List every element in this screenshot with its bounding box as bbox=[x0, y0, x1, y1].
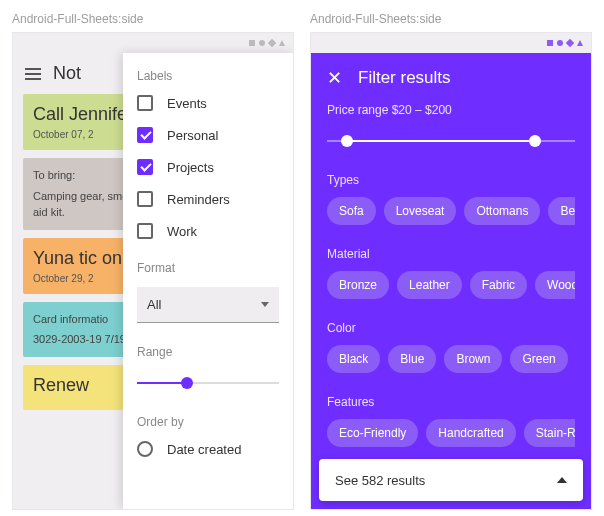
label-checkbox-row[interactable]: Personal bbox=[137, 127, 279, 143]
results-text: See 582 results bbox=[335, 473, 425, 488]
checkbox-icon bbox=[137, 223, 153, 239]
device-left: Not Call Jennife October 07, 2 To bring:… bbox=[12, 32, 294, 510]
format-header: Format bbox=[137, 261, 279, 275]
format-dropdown[interactable]: All bbox=[137, 287, 279, 323]
price-range-label: Price range $20 – $200 bbox=[327, 103, 575, 117]
label-checkbox-row[interactable]: Reminders bbox=[137, 191, 279, 207]
order-header: Order by bbox=[137, 415, 279, 429]
filter-chip[interactable]: Handcrafted bbox=[426, 419, 515, 447]
checkbox-label: Work bbox=[167, 224, 197, 239]
label-checkbox-row[interactable]: Projects bbox=[137, 159, 279, 175]
label-checkbox-row[interactable]: Events bbox=[137, 95, 279, 111]
filter-section-label: Color bbox=[327, 321, 575, 335]
side-sheet: Labels EventsPersonalProjectsRemindersWo… bbox=[123, 53, 293, 509]
filter-chip[interactable]: Bronze bbox=[327, 271, 389, 299]
filter-title: Filter results bbox=[358, 68, 451, 88]
filter-chip[interactable]: Fabric bbox=[470, 271, 527, 299]
results-button[interactable]: See 582 results bbox=[319, 459, 583, 501]
labels-header: Labels bbox=[137, 69, 279, 83]
radio-icon bbox=[137, 441, 153, 457]
filter-chip[interactable]: Wood bbox=[535, 271, 575, 299]
checkbox-label: Personal bbox=[167, 128, 218, 143]
menu-icon[interactable] bbox=[25, 68, 41, 80]
checkbox-icon bbox=[137, 95, 153, 111]
checkbox-label: Events bbox=[167, 96, 207, 111]
filter-chip[interactable]: Ottomans bbox=[464, 197, 540, 225]
filter-sheet: ✕ Filter results Price range $20 – $200 … bbox=[311, 53, 591, 509]
checkbox-label: Reminders bbox=[167, 192, 230, 207]
filter-section-label: Material bbox=[327, 247, 575, 261]
chip-row: SofaLoveseatOttomansBenches bbox=[327, 197, 575, 225]
filter-chip[interactable]: Sofa bbox=[327, 197, 376, 225]
status-bar bbox=[13, 33, 293, 53]
chevron-up-icon bbox=[557, 477, 567, 483]
device-right: ✕ Filter results Price range $20 – $200 … bbox=[310, 32, 592, 510]
filter-chip[interactable]: Eco-Friendly bbox=[327, 419, 418, 447]
filter-chip[interactable]: Benches bbox=[548, 197, 575, 225]
filter-section-label: Features bbox=[327, 395, 575, 409]
checkbox-icon bbox=[137, 127, 153, 143]
format-value: All bbox=[147, 297, 161, 312]
filter-chip[interactable]: Loveseat bbox=[384, 197, 457, 225]
filter-chip[interactable]: Blue bbox=[388, 345, 436, 373]
caption-left: Android-Full-Sheets:side bbox=[12, 12, 294, 26]
caption-right: Android-Full-Sheets:side bbox=[310, 12, 592, 26]
checkbox-label: Projects bbox=[167, 160, 214, 175]
filter-chip[interactable]: Brown bbox=[444, 345, 502, 373]
order-option[interactable]: Date created bbox=[137, 441, 279, 457]
range-header: Range bbox=[137, 345, 279, 359]
checkbox-icon bbox=[137, 191, 153, 207]
filter-chip[interactable]: Green bbox=[510, 345, 567, 373]
status-bar bbox=[311, 33, 591, 53]
order-option-label: Date created bbox=[167, 442, 241, 457]
caret-down-icon bbox=[261, 302, 269, 307]
range-slider[interactable] bbox=[137, 373, 279, 393]
filter-chip[interactable]: Leather bbox=[397, 271, 462, 299]
filter-section-label: Types bbox=[327, 173, 575, 187]
chip-row: BronzeLeatherFabricWoodSteel bbox=[327, 271, 575, 299]
checkbox-icon bbox=[137, 159, 153, 175]
chip-row: BlackBlueBrownGreenMulticolo bbox=[327, 345, 575, 373]
close-icon[interactable]: ✕ bbox=[327, 67, 342, 89]
price-slider[interactable] bbox=[327, 131, 575, 151]
label-checkbox-row[interactable]: Work bbox=[137, 223, 279, 239]
filter-chip[interactable]: Black bbox=[327, 345, 380, 373]
chip-row: Eco-FriendlyHandcraftedStain-Resistent bbox=[327, 419, 575, 447]
app-title: Not bbox=[53, 63, 81, 84]
filter-chip[interactable]: Stain-Resistent bbox=[524, 419, 575, 447]
